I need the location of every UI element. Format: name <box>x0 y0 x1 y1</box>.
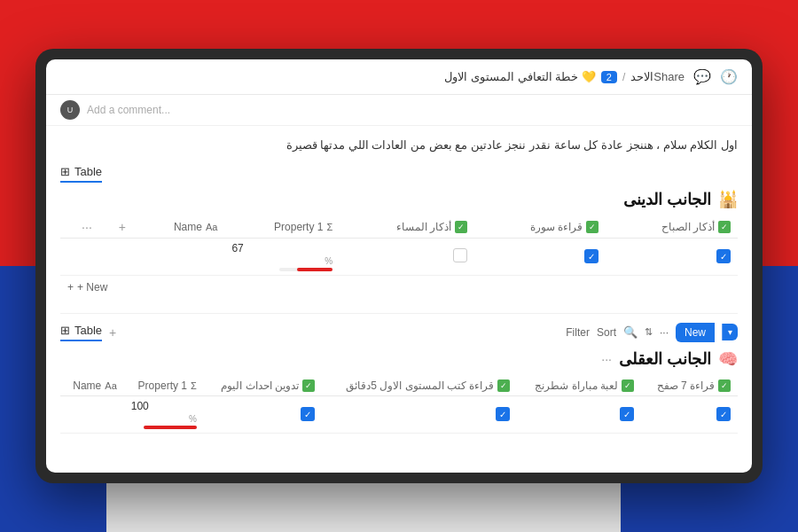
filter-sort-area: Filter Sort 🔍 ⇅ ··· New ▾ <box>566 323 738 342</box>
section2-more[interactable]: ··· <box>601 352 612 366</box>
col-diary: ✓ تدوين احداث اليوم <box>204 376 322 396</box>
section2-table-bar: ⊞ Table + Filter Sort 🔍 ⇅ ··· New ▾ <box>60 313 738 342</box>
progress-bar-fill <box>297 268 332 271</box>
checkbox-col-icon4: ✓ <box>718 379 731 392</box>
new-button[interactable]: New <box>676 323 715 342</box>
section2: ⊞ Table + Filter Sort 🔍 ⇅ ··· New ▾ <box>60 313 738 434</box>
checkbox-col-icon6: ✓ <box>497 379 510 392</box>
chat-icon[interactable]: 💬 <box>693 68 711 85</box>
checkbox-unchecked[interactable] <box>453 248 467 262</box>
top-bar-actions: Share 💬 🕐 <box>653 68 738 85</box>
comment-input[interactable]: Add a comment... <box>87 104 170 116</box>
progress-bar-fill2 <box>144 426 197 429</box>
checkbox-checked6[interactable]: ✓ <box>301 407 315 421</box>
col-azkar-sabah: ✓ أذكار الصباح <box>606 216 738 239</box>
breadcrumb-badge: 2 <box>601 71 617 83</box>
cell-quran[interactable]: ✓ <box>474 238 605 275</box>
col-diary-label: تدوين احداث اليوم <box>221 379 299 392</box>
section1-tab-text: Table <box>74 165 102 178</box>
cell-extra2 <box>60 238 99 275</box>
sort-button[interactable]: Sort <box>597 326 616 339</box>
intro-text: اول الكلام سلام ، هننجز عادة كل ساعة نقد… <box>60 137 738 154</box>
more-col-icon[interactable]: ··· <box>82 220 92 234</box>
section2-table: ✓ قراءة 7 صفح ✓ لعبة مباراة شطرنج <box>60 376 738 434</box>
cell-property1: 67 % <box>224 238 340 275</box>
filter-icon2[interactable]: ⇅ <box>645 326 653 338</box>
cell-chess[interactable]: ✓ <box>517 395 641 433</box>
col-property1-s2: Σ Property 1 <box>124 376 204 396</box>
cell-extra1 <box>99 238 133 275</box>
col-books: ✓ قراءة كتب المستوى الاول 5دقائق <box>322 376 517 396</box>
search-icon[interactable]: 🔍 <box>623 325 638 339</box>
new-label[interactable]: + New <box>77 281 107 293</box>
cell-read7[interactable]: ✓ <box>641 395 738 433</box>
cell-azkar-sabah[interactable]: ✓ <box>606 238 738 275</box>
col-name-label: Name <box>174 221 202 233</box>
table-grid-icon: ⊞ <box>60 165 70 178</box>
col-add[interactable]: + <box>99 216 133 239</box>
checkbox-col-icon2: ✓ <box>586 221 598 233</box>
checkbox-checked[interactable]: ✓ <box>716 249 731 263</box>
section2-tab-label[interactable]: ⊞ Table <box>60 324 102 341</box>
col-property1-s2-label: Property 1 <box>138 379 187 392</box>
progress-percent-label2: % <box>131 414 197 424</box>
section1-table: ✓ أذكار الصباح ✓ قراءة سورة <box>60 216 738 276</box>
checkbox-col-icon: ✓ <box>718 221 731 233</box>
cell-diary[interactable]: ✓ <box>204 395 322 433</box>
col-property1: Σ Property 1 <box>224 216 340 239</box>
progress-bar-wrap2 <box>144 426 197 429</box>
device-frame: الاحد / 2 💛 خطة التعافي المستوى الاول Sh… <box>35 49 763 483</box>
breadcrumb-separator: / <box>622 71 625 83</box>
cell-name-s2 <box>60 395 124 433</box>
name-icon: Aa <box>206 222 217 232</box>
filter-button[interactable]: Filter <box>566 326 590 339</box>
section1-header: 🕌 الجانب الدينى <box>60 190 738 209</box>
cell-books[interactable]: ✓ <box>322 395 517 433</box>
col-quran: ✓ قراءة سورة <box>474 216 605 239</box>
avatar: U <box>60 100 80 120</box>
col-name: Aa Name <box>133 216 224 239</box>
col-chess: ✓ لعبة مباراة شطرنج <box>517 376 641 396</box>
table-grid-icon2: ⊞ <box>60 324 70 337</box>
comment-bar: U Add a comment... <box>46 95 752 126</box>
section2-emoji: 🧠 <box>718 349 738 369</box>
col-azkar-masaa: ✓ أذكار المساء <box>340 216 474 239</box>
checkbox-col-icon7: ✓ <box>302 379 315 392</box>
progress-value2: 100 <box>131 400 197 412</box>
section2-add-btn[interactable]: + <box>109 325 116 340</box>
clock-icon[interactable]: 🕐 <box>720 68 738 85</box>
col-read7-label: قراءة 7 صفح <box>657 379 715 392</box>
device-screen: الاحد / 2 💛 خطة التعافي المستوى الاول Sh… <box>46 59 752 473</box>
name-icon2: Aa <box>105 380 116 391</box>
section2-data-row: ✓ ✓ ✓ ✓ <box>60 395 738 433</box>
progress-cell2: 100 % <box>131 400 197 429</box>
section1-emoji: 🕌 <box>718 190 738 209</box>
checkbox-checked5[interactable]: ✓ <box>496 407 510 421</box>
section1-tab-label[interactable]: ⊞ Table <box>60 165 102 183</box>
content-area: اول الكلام سلام ، هننجز عادة كل ساعة نقد… <box>46 126 752 473</box>
col-name-s2-label: Name <box>73 379 101 392</box>
new-button-arrow[interactable]: ▾ <box>722 324 738 340</box>
add-col-icon[interactable]: + <box>119 220 126 234</box>
breadcrumb-current-page: الاحد <box>630 70 653 83</box>
cell-name <box>133 238 224 275</box>
checkbox-col-icon5: ✓ <box>622 379 634 392</box>
add-new-row[interactable]: + + New <box>60 276 738 299</box>
cell-azkar-masaa[interactable] <box>340 238 474 275</box>
section1-header-row: ✓ أذكار الصباح ✓ قراءة سورة <box>60 216 738 239</box>
checkbox-checked3[interactable]: ✓ <box>716 407 731 421</box>
section2-header-row: ✓ قراءة 7 صفح ✓ لعبة مباراة شطرنج <box>60 376 738 396</box>
share-button[interactable]: Share <box>653 70 685 83</box>
section1-data-row: ✓ ✓ 67 % <box>60 238 738 275</box>
plus-icon: + <box>67 281 74 293</box>
checkbox-checked2[interactable]: ✓ <box>584 249 598 263</box>
checkbox-checked4[interactable]: ✓ <box>620 407 634 421</box>
col-chess-label: لعبة مباراة شطرنج <box>535 379 618 392</box>
col-read7: ✓ قراءة 7 صفح <box>641 376 738 396</box>
section1-title: الجانب الدينى <box>623 190 711 209</box>
sigma-icon2: Σ <box>191 380 197 391</box>
sigma-icon: Σ <box>326 222 332 232</box>
cell-property1-s2: 100 % <box>124 395 204 433</box>
more-btn[interactable]: ··· <box>660 326 669 339</box>
col-more[interactable]: ··· <box>60 216 99 239</box>
